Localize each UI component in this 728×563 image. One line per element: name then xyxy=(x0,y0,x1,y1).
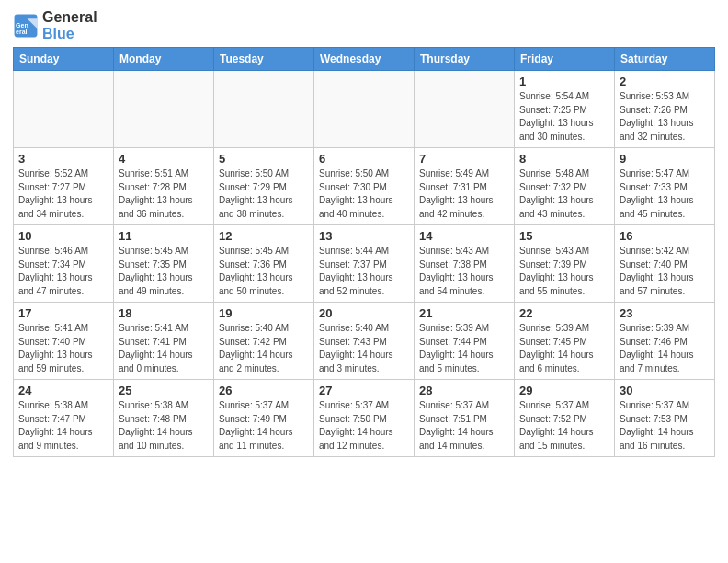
calendar-header-friday: Friday xyxy=(515,48,615,71)
calendar-cell: 26Sunrise: 5:37 AM Sunset: 7:49 PM Dayli… xyxy=(214,380,314,457)
day-number: 17 xyxy=(18,306,108,320)
day-info: Sunrise: 5:37 AM Sunset: 7:51 PM Dayligh… xyxy=(419,399,509,453)
day-number: 5 xyxy=(219,152,309,166)
calendar-cell: 19Sunrise: 5:40 AM Sunset: 7:42 PM Dayli… xyxy=(214,303,314,380)
day-number: 4 xyxy=(119,152,209,166)
calendar-table: SundayMondayTuesdayWednesdayThursdayFrid… xyxy=(13,47,715,457)
day-number: 7 xyxy=(419,152,509,166)
day-number: 27 xyxy=(319,384,409,397)
day-info: Sunrise: 5:40 AM Sunset: 7:42 PM Dayligh… xyxy=(219,322,309,375)
day-info: Sunrise: 5:39 AM Sunset: 7:45 PM Dayligh… xyxy=(519,322,609,375)
calendar-cell: 17Sunrise: 5:41 AM Sunset: 7:40 PM Dayli… xyxy=(14,303,114,380)
calendar-cell: 13Sunrise: 5:44 AM Sunset: 7:37 PM Dayli… xyxy=(314,225,415,303)
calendar-header-saturday: Saturday xyxy=(615,48,715,71)
day-number: 15 xyxy=(519,229,609,243)
logo-blue-text: Blue xyxy=(42,26,97,42)
calendar-cell: 11Sunrise: 5:45 AM Sunset: 7:35 PM Dayli… xyxy=(114,225,214,303)
calendar-cell: 5Sunrise: 5:50 AM Sunset: 7:29 PM Daylig… xyxy=(214,148,314,225)
calendar-cell: 3Sunrise: 5:52 AM Sunset: 7:27 PM Daylig… xyxy=(14,148,114,225)
day-info: Sunrise: 5:41 AM Sunset: 7:40 PM Dayligh… xyxy=(18,322,108,375)
day-info: Sunrise: 5:45 AM Sunset: 7:35 PM Dayligh… xyxy=(119,245,209,298)
day-number: 11 xyxy=(119,229,209,243)
day-info: Sunrise: 5:41 AM Sunset: 7:41 PM Dayligh… xyxy=(119,322,209,375)
calendar-cell: 28Sunrise: 5:37 AM Sunset: 7:51 PM Dayli… xyxy=(415,380,515,457)
day-number: 23 xyxy=(620,306,710,320)
day-info: Sunrise: 5:49 AM Sunset: 7:31 PM Dayligh… xyxy=(419,167,509,221)
calendar-cell xyxy=(14,71,114,148)
day-info: Sunrise: 5:43 AM Sunset: 7:39 PM Dayligh… xyxy=(519,245,609,298)
calendar-cell xyxy=(415,71,515,148)
day-number: 19 xyxy=(219,306,309,320)
day-info: Sunrise: 5:42 AM Sunset: 7:40 PM Dayligh… xyxy=(620,245,710,298)
day-number: 28 xyxy=(419,384,509,397)
day-number: 13 xyxy=(319,229,409,243)
calendar-cell: 21Sunrise: 5:39 AM Sunset: 7:44 PM Dayli… xyxy=(415,303,515,380)
day-number: 14 xyxy=(419,229,509,243)
day-number: 21 xyxy=(419,306,509,320)
calendar-cell: 30Sunrise: 5:37 AM Sunset: 7:53 PM Dayli… xyxy=(615,380,715,457)
svg-text:eral: eral xyxy=(16,29,28,35)
calendar-cell: 10Sunrise: 5:46 AM Sunset: 7:34 PM Dayli… xyxy=(14,225,114,303)
calendar-cell xyxy=(314,71,415,148)
calendar-week-3: 17Sunrise: 5:41 AM Sunset: 7:40 PM Dayli… xyxy=(14,303,715,380)
calendar-cell: 18Sunrise: 5:41 AM Sunset: 7:41 PM Dayli… xyxy=(114,303,214,380)
day-number: 22 xyxy=(519,306,609,320)
day-info: Sunrise: 5:38 AM Sunset: 7:47 PM Dayligh… xyxy=(18,399,108,453)
calendar-cell: 27Sunrise: 5:37 AM Sunset: 7:50 PM Dayli… xyxy=(314,380,415,457)
logo-general-text: General xyxy=(42,9,97,26)
calendar-cell: 6Sunrise: 5:50 AM Sunset: 7:30 PM Daylig… xyxy=(314,148,415,225)
day-number: 29 xyxy=(519,384,609,397)
day-number: 6 xyxy=(319,152,409,166)
calendar-cell: 20Sunrise: 5:40 AM Sunset: 7:43 PM Dayli… xyxy=(314,303,415,380)
day-info: Sunrise: 5:53 AM Sunset: 7:26 PM Dayligh… xyxy=(620,90,710,144)
calendar-cell: 9Sunrise: 5:47 AM Sunset: 7:33 PM Daylig… xyxy=(615,148,715,225)
calendar-page: Gen eral General Blue SundayMondayTuesda… xyxy=(0,0,728,465)
calendar-cell: 24Sunrise: 5:38 AM Sunset: 7:47 PM Dayli… xyxy=(14,380,114,457)
calendar-cell xyxy=(114,71,214,148)
day-info: Sunrise: 5:52 AM Sunset: 7:27 PM Dayligh… xyxy=(18,167,108,221)
day-info: Sunrise: 5:47 AM Sunset: 7:33 PM Dayligh… xyxy=(620,167,710,221)
calendar-cell: 1Sunrise: 5:54 AM Sunset: 7:25 PM Daylig… xyxy=(515,71,615,148)
day-number: 30 xyxy=(620,384,710,397)
day-number: 25 xyxy=(119,384,209,397)
logo-icon: Gen eral xyxy=(13,13,39,39)
calendar-cell: 8Sunrise: 5:48 AM Sunset: 7:32 PM Daylig… xyxy=(515,148,615,225)
day-info: Sunrise: 5:46 AM Sunset: 7:34 PM Dayligh… xyxy=(18,245,108,298)
day-number: 26 xyxy=(219,384,309,397)
calendar-header-monday: Monday xyxy=(114,48,214,71)
calendar-week-1: 3Sunrise: 5:52 AM Sunset: 7:27 PM Daylig… xyxy=(14,148,715,225)
day-number: 24 xyxy=(18,384,108,397)
calendar-week-0: 1Sunrise: 5:54 AM Sunset: 7:25 PM Daylig… xyxy=(14,71,715,148)
day-info: Sunrise: 5:43 AM Sunset: 7:38 PM Dayligh… xyxy=(419,245,509,298)
day-info: Sunrise: 5:45 AM Sunset: 7:36 PM Dayligh… xyxy=(219,245,309,298)
day-info: Sunrise: 5:50 AM Sunset: 7:30 PM Dayligh… xyxy=(319,167,409,221)
calendar-week-2: 10Sunrise: 5:46 AM Sunset: 7:34 PM Dayli… xyxy=(14,225,715,303)
day-number: 16 xyxy=(620,229,710,243)
day-info: Sunrise: 5:40 AM Sunset: 7:43 PM Dayligh… xyxy=(319,322,409,375)
day-number: 3 xyxy=(18,152,108,166)
logo: Gen eral General Blue xyxy=(13,9,97,41)
day-info: Sunrise: 5:51 AM Sunset: 7:28 PM Dayligh… xyxy=(119,167,209,221)
header-area: Gen eral General Blue xyxy=(13,9,715,41)
calendar-cell: 29Sunrise: 5:37 AM Sunset: 7:52 PM Dayli… xyxy=(515,380,615,457)
calendar-cell: 12Sunrise: 5:45 AM Sunset: 7:36 PM Dayli… xyxy=(214,225,314,303)
calendar-cell: 15Sunrise: 5:43 AM Sunset: 7:39 PM Dayli… xyxy=(515,225,615,303)
calendar-week-4: 24Sunrise: 5:38 AM Sunset: 7:47 PM Dayli… xyxy=(14,380,715,457)
day-info: Sunrise: 5:37 AM Sunset: 7:49 PM Dayligh… xyxy=(219,399,309,453)
day-number: 8 xyxy=(519,152,609,166)
day-info: Sunrise: 5:44 AM Sunset: 7:37 PM Dayligh… xyxy=(319,245,409,298)
calendar-header-tuesday: Tuesday xyxy=(214,48,314,71)
calendar-cell: 22Sunrise: 5:39 AM Sunset: 7:45 PM Dayli… xyxy=(515,303,615,380)
calendar-cell: 7Sunrise: 5:49 AM Sunset: 7:31 PM Daylig… xyxy=(415,148,515,225)
calendar-cell: 4Sunrise: 5:51 AM Sunset: 7:28 PM Daylig… xyxy=(114,148,214,225)
day-number: 9 xyxy=(620,152,710,166)
day-info: Sunrise: 5:54 AM Sunset: 7:25 PM Dayligh… xyxy=(519,90,609,144)
calendar-header-thursday: Thursday xyxy=(415,48,515,71)
calendar-cell xyxy=(214,71,314,148)
day-number: 18 xyxy=(119,306,209,320)
day-number: 12 xyxy=(219,229,309,243)
day-info: Sunrise: 5:38 AM Sunset: 7:48 PM Dayligh… xyxy=(119,399,209,453)
calendar-cell: 23Sunrise: 5:39 AM Sunset: 7:46 PM Dayli… xyxy=(615,303,715,380)
day-info: Sunrise: 5:48 AM Sunset: 7:32 PM Dayligh… xyxy=(519,167,609,221)
calendar-cell: 14Sunrise: 5:43 AM Sunset: 7:38 PM Dayli… xyxy=(415,225,515,303)
